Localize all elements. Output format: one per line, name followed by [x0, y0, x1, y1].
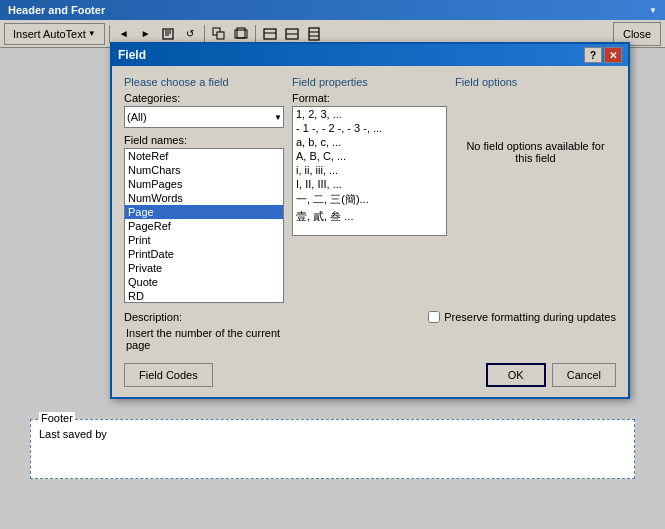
footer-content: Last saved by [39, 428, 626, 440]
field-name-numpages[interactable]: NumPages [125, 177, 283, 191]
header-footer-title: Header and Footer [8, 4, 649, 16]
field-name-numchars[interactable]: NumChars [125, 163, 283, 177]
field-properties-column: Field properties Format: 1, 2, 3, ... - … [292, 76, 447, 303]
format-listbox[interactable]: 1, 2, 3, ... - 1 -, - 2 -, - 3 -, ... a,… [292, 106, 447, 236]
field-dialog: Field ? ✕ Please choose a field Categori… [110, 42, 630, 399]
toolbar-icon-btn-9[interactable] [304, 24, 324, 44]
field-names-label: Field names: [124, 134, 284, 146]
no-options-text: No field options available for this fiel… [461, 140, 610, 164]
description-left: Description: Insert the number of the cu… [124, 311, 284, 355]
field-names-listbox[interactable]: NoteRef NumChars NumPages NumWords Page … [124, 148, 284, 303]
categories-select[interactable]: (All) [124, 106, 284, 128]
format-item-1[interactable]: 1, 2, 3, ... [293, 107, 446, 121]
categories-select-wrapper: (All) [124, 106, 284, 128]
format-item-4[interactable]: A, B, C, ... [293, 149, 446, 163]
field-options-column: Field options No field options available… [455, 76, 616, 303]
dialog-title: Field [118, 48, 584, 62]
dialog-titlebar: Field ? ✕ [112, 44, 628, 66]
buttons-row: Field Codes OK Cancel [124, 363, 616, 387]
toolbar-separator-3 [255, 25, 256, 43]
insert-autotext-button[interactable]: Insert AutoText ▼ [4, 23, 105, 45]
field-name-private[interactable]: Private [125, 261, 283, 275]
header-footer-bar: Header and Footer ▼ [0, 0, 665, 20]
preserve-checkbox[interactable] [428, 311, 440, 323]
preserve-section: Preserve formatting during updates [292, 311, 616, 325]
field-options-area: No field options available for this fiel… [455, 92, 616, 212]
cancel-button[interactable]: Cancel [552, 363, 616, 387]
field-name-printdate[interactable]: PrintDate [125, 247, 283, 261]
ok-button[interactable]: OK [486, 363, 546, 387]
toolbar-icon-btn-7[interactable] [260, 24, 280, 44]
field-codes-button[interactable]: Field Codes [124, 363, 213, 387]
format-item-5[interactable]: i, ii, iii, ... [293, 163, 446, 177]
toolbar-separator-1 [109, 25, 110, 43]
field-name-print[interactable]: Print [125, 233, 283, 247]
insert-autotext-arrow-icon: ▼ [88, 29, 96, 38]
format-item-8[interactable]: 壹, 貳, 叁 ... [293, 208, 446, 225]
dialog-title-buttons: ? ✕ [584, 47, 622, 63]
field-name-page[interactable]: Page [125, 205, 283, 219]
footer-label: Footer [39, 412, 75, 424]
toolbar-icon-btn-2[interactable]: ► [136, 24, 156, 44]
format-label: Format: [292, 92, 447, 104]
footer-text: Last saved by [39, 428, 107, 440]
field-properties-label: Field properties [292, 76, 447, 88]
header-footer-dropdown-arrow[interactable]: ▼ [649, 6, 657, 15]
format-item-2[interactable]: - 1 -, - 2 -, - 3 -, ... [293, 121, 446, 135]
svg-rect-5 [217, 32, 224, 39]
description-label: Description: [124, 311, 284, 323]
dialog-close-button[interactable]: ✕ [604, 47, 622, 63]
field-options-heading: Field options [455, 76, 616, 88]
format-item-6[interactable]: I, II, III, ... [293, 177, 446, 191]
description-text: Insert the number of the current page [124, 325, 284, 355]
toolbar-icon-btn-4[interactable]: ↺ [180, 24, 200, 44]
categories-label: Categories: [124, 92, 284, 104]
svg-rect-12 [309, 28, 319, 40]
footer-dashed-box: Footer Last saved by [30, 419, 635, 479]
toolbar-icon-btn-1[interactable]: ◄ [114, 24, 134, 44]
toolbar-icon-btn-5[interactable] [209, 24, 229, 44]
close-toolbar-label: Close [623, 28, 651, 40]
cancel-label: Cancel [567, 369, 601, 381]
choose-field-column: Please choose a field Categories: (All) … [124, 76, 284, 303]
ok-cancel-buttons: OK Cancel [486, 363, 616, 387]
choose-field-label: Please choose a field [124, 76, 284, 88]
field-codes-label: Field Codes [139, 369, 198, 381]
svg-rect-8 [264, 29, 276, 39]
field-name-pageref[interactable]: PageRef [125, 219, 283, 233]
description-row: Description: Insert the number of the cu… [124, 311, 616, 355]
document-footer-region: Footer Last saved by [10, 429, 655, 499]
dialog-body: Please choose a field Categories: (All) … [112, 66, 628, 397]
format-item-7[interactable]: 一, 二, 三(簡)... [293, 191, 446, 208]
field-name-noteref[interactable]: NoteRef [125, 149, 283, 163]
toolbar-icon-btn-8[interactable] [282, 24, 302, 44]
dialog-columns: Please choose a field Categories: (All) … [124, 76, 616, 303]
toolbar-icon-btn-6[interactable] [231, 24, 251, 44]
preserve-label: Preserve formatting during updates [444, 311, 616, 323]
toolbar-separator-2 [204, 25, 205, 43]
close-dialog-icon: ✕ [609, 50, 617, 61]
insert-autotext-label: Insert AutoText [13, 28, 86, 40]
toolbar-icon-btn-3[interactable] [158, 24, 178, 44]
field-name-quote[interactable]: Quote [125, 275, 283, 289]
field-name-rd[interactable]: RD [125, 289, 283, 303]
ok-label: OK [508, 369, 524, 381]
field-name-numwords[interactable]: NumWords [125, 191, 283, 205]
dialog-help-button[interactable]: ? [584, 47, 602, 63]
format-item-3[interactable]: a, b, c, ... [293, 135, 446, 149]
preserve-checkbox-label[interactable]: Preserve formatting during updates [428, 311, 616, 323]
help-icon: ? [590, 50, 596, 61]
